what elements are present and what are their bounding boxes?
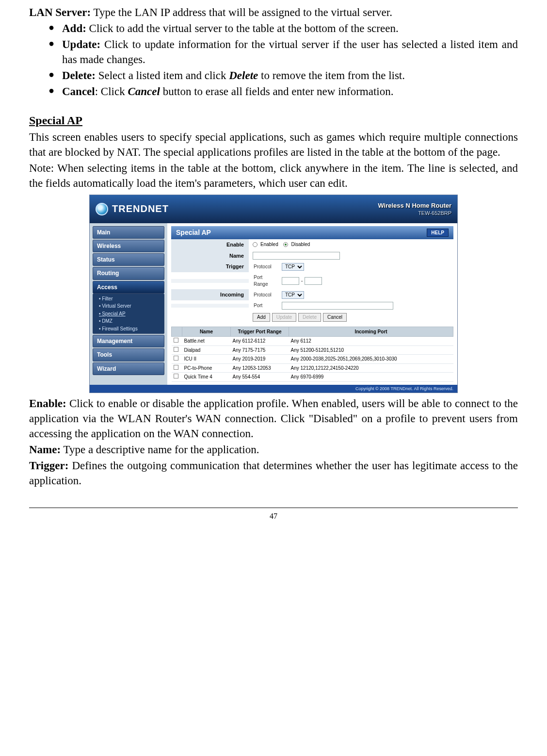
- th-check: [172, 327, 182, 337]
- router-header: TRENDNET Wireless N Home Router TEW-652B…: [90, 195, 457, 223]
- brand-icon: [96, 203, 108, 215]
- bullet-delete: Delete: Select a listed item and click D…: [48, 68, 518, 83]
- router-ui: TRENDNET Wireless N Home Router TEW-652B…: [89, 195, 458, 393]
- panel-title-text: Special AP: [176, 228, 211, 237]
- sub-firewall[interactable]: • Firewall Settings: [93, 325, 164, 333]
- label-port-range: Port Range: [249, 272, 278, 289]
- special-ap-p1: This screen enables users to specify spe…: [29, 130, 518, 160]
- cell-incoming: Any 51200-51201,51210: [289, 345, 453, 355]
- update-button[interactable]: Update: [272, 313, 296, 322]
- def-trigger: Trigger: Defines the outgoing communicat…: [29, 458, 518, 488]
- header-line2: TEW-652BRP: [378, 210, 451, 217]
- sub-special-ap[interactable]: • Special AP: [93, 310, 164, 318]
- header-right: Wireless N Home Router TEW-652BRP: [378, 201, 451, 217]
- sidebar-item-access[interactable]: Access: [93, 281, 164, 294]
- sidebar-sublist: • Filter • Virtual Server • Special AP •…: [93, 294, 164, 334]
- port-range-from[interactable]: [282, 277, 299, 285]
- sub-filter[interactable]: • Filter: [93, 295, 164, 303]
- row-checkbox[interactable]: [174, 356, 178, 361]
- th-incoming: Incoming Port: [289, 327, 453, 337]
- cell-incoming: Any 6112: [289, 337, 453, 346]
- add-button[interactable]: Add: [253, 313, 270, 322]
- sub-virtual-server[interactable]: • Virtual Server: [93, 302, 164, 310]
- cell-trigger: Any 7175-7175: [231, 345, 289, 355]
- lan-server-label: LAN Server:: [29, 6, 91, 18]
- sidebar-item-tools[interactable]: Tools: [93, 348, 164, 361]
- trigger-protocol-select[interactable]: TCP: [282, 263, 304, 271]
- cell-name: Dialpad: [182, 345, 231, 355]
- table-row[interactable]: Battle.netAny 6112-6112Any 6112: [172, 337, 453, 346]
- label-trigger: Trigger: [171, 261, 249, 272]
- cell-incoming: Any 2000-2038,2025-2051,2069,2085,3010-3…: [289, 355, 453, 364]
- page-number: 47: [29, 508, 518, 531]
- brand: TRENDNET: [96, 202, 169, 215]
- sidebar-item-main[interactable]: Main: [93, 226, 164, 239]
- special-ap-heading: Special AP: [29, 113, 518, 128]
- brand-text: TRENDNET: [112, 202, 169, 215]
- cell-name: PC-to-Phone: [182, 363, 231, 373]
- label-incoming-port: Port: [249, 300, 278, 311]
- screenshot-figure: TRENDNET Wireless N Home Router TEW-652B…: [29, 195, 518, 393]
- radio-enabled[interactable]: [253, 242, 257, 247]
- th-name: Name: [182, 327, 231, 337]
- incoming-port-input[interactable]: [282, 302, 393, 310]
- lan-server-text: Type the LAN IP address that will be ass…: [91, 6, 392, 18]
- sidebar-item-routing[interactable]: Routing: [93, 267, 164, 279]
- row-checkbox[interactable]: [174, 365, 178, 370]
- sidebar-item-status[interactable]: Status: [93, 253, 164, 266]
- cell-incoming: Any 12120,12122,24150-24220: [289, 363, 453, 373]
- row-checkbox[interactable]: [174, 347, 178, 352]
- cell-trigger: Any 2019-2019: [231, 355, 289, 364]
- profiles-table: Name Trigger Port Range Incoming Port Ba…: [171, 327, 453, 382]
- sidebar-item-wireless[interactable]: Wireless: [93, 240, 164, 252]
- help-button[interactable]: HELP: [427, 229, 449, 237]
- bullet-update: Update: Click to update information for …: [48, 37, 518, 67]
- incoming-protocol-select[interactable]: TCP: [282, 291, 304, 299]
- label-enable: Enable: [171, 239, 249, 250]
- router-footer: Copyright © 2008 TRENDnet. All Rights Re…: [90, 385, 457, 393]
- def-enable: Enable: Click to enable or disable the a…: [29, 396, 518, 441]
- sub-dmz[interactable]: • DMZ: [93, 317, 164, 325]
- sidebar-item-management[interactable]: Management: [93, 335, 164, 347]
- content-panel: Special AP HELP Enable Enabled Disabled: [167, 223, 457, 385]
- radio-disabled[interactable]: [283, 242, 288, 247]
- label-name: Name: [171, 250, 249, 262]
- panel-title-bar: Special AP HELP: [171, 226, 453, 239]
- table-row[interactable]: Quick Time 4Any 554-554Any 6970-6999: [172, 373, 453, 382]
- name-input[interactable]: [253, 252, 340, 260]
- bullet-add: Add: Click to add the virtual server to …: [48, 21, 518, 36]
- row-checkbox[interactable]: [174, 338, 178, 343]
- cell-name: ICU II: [182, 355, 231, 364]
- cell-incoming: Any 6970-6999: [289, 373, 453, 382]
- lan-server-line: LAN Server: Type the LAN IP address that…: [29, 5, 518, 20]
- table-row[interactable]: DialpadAny 7175-7175Any 51200-51201,5121…: [172, 345, 453, 355]
- bullet-cancel: Cancel: Click Cancel button to erase all…: [48, 84, 518, 99]
- label-incoming: Incoming: [171, 289, 249, 300]
- cancel-button[interactable]: Cancel: [323, 313, 347, 322]
- header-line1: Wireless N Home Router: [378, 201, 451, 210]
- th-trigger: Trigger Port Range: [231, 327, 289, 337]
- table-row[interactable]: PC-to-PhoneAny 12053-12053Any 12120,1212…: [172, 363, 453, 373]
- cell-name: Quick Time 4: [182, 373, 231, 382]
- cell-trigger: Any 12053-12053: [231, 363, 289, 373]
- def-name: Name: Type a descriptive name for the ap…: [29, 442, 518, 457]
- table-row[interactable]: ICU IIAny 2019-2019Any 2000-2038,2025-20…: [172, 355, 453, 364]
- label-incoming-protocol: Protocol: [249, 290, 278, 300]
- label-trigger-protocol: Protocol: [249, 262, 278, 272]
- delete-button[interactable]: Delete: [298, 313, 321, 322]
- cell-trigger: Any 554-554: [231, 373, 289, 382]
- cell-trigger: Any 6112-6112: [231, 337, 289, 346]
- sidebar: Main Wireless Status Routing Access • Fi…: [90, 223, 167, 385]
- sidebar-item-wizard[interactable]: Wizard: [93, 362, 164, 375]
- special-ap-p2: Note: When selecting items in the table …: [29, 161, 518, 191]
- port-range-to[interactable]: [305, 277, 322, 285]
- cell-name: Battle.net: [182, 337, 231, 346]
- row-checkbox[interactable]: [174, 374, 178, 378]
